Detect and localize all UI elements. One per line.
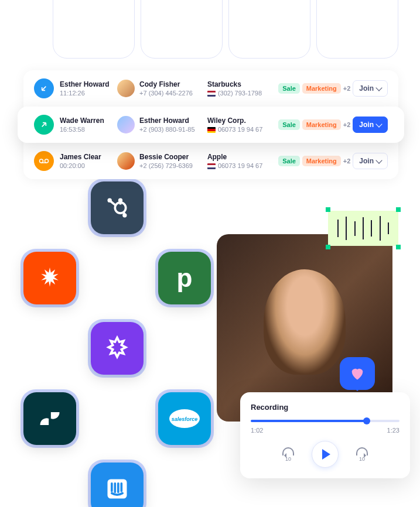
call-row[interactable]: James Clear00:20:00 Bessie Cooper+2 (256…: [23, 143, 398, 179]
svg-line-8: [111, 201, 116, 205]
tag-more[interactable]: +2: [343, 121, 351, 128]
player-title: Recording: [251, 403, 399, 412]
call-time: 16:53:58: [60, 126, 111, 133]
contact-phone: +2 (256) 729-6369: [139, 162, 193, 169]
join-button[interactable]: Join: [353, 153, 388, 169]
tag-more[interactable]: +2: [343, 85, 351, 92]
salesforce-icon[interactable]: salesforce: [158, 392, 211, 445]
company-name: Starbucks: [207, 80, 272, 88]
svg-point-0: [40, 159, 43, 163]
tag-more[interactable]: +2: [343, 157, 351, 165]
zapier-icon[interactable]: [23, 252, 76, 304]
call-row[interactable]: Wade Warren16:53:58 Esther Howard+2 (903…: [18, 107, 404, 143]
contact-name: Cody Fisher: [139, 80, 193, 88]
tag-sale[interactable]: Sale: [278, 83, 300, 94]
direction-icon: [34, 115, 54, 135]
intercom-icon[interactable]: [91, 463, 144, 507]
heart-badge: [340, 357, 375, 390]
play-button[interactable]: [312, 441, 339, 468]
pipedrive-icon[interactable]: p: [158, 252, 211, 304]
direction-icon: [34, 78, 54, 98]
call-row[interactable]: Esther Howard11:12:26 Cody Fisher+7 (304…: [23, 70, 398, 107]
skip-forward-button[interactable]: 10: [356, 447, 368, 462]
tag-marketing[interactable]: Marketing: [302, 119, 341, 130]
caller-name: Esther Howard: [60, 80, 111, 88]
progress-bar[interactable]: [251, 420, 399, 422]
contact-avatar: [117, 152, 135, 170]
contact-phone: +2 (903) 880-91-85: [139, 126, 194, 133]
tag-sale[interactable]: Sale: [278, 156, 300, 166]
tag-marketing[interactable]: Marketing: [302, 83, 341, 94]
caller-name: Wade Warren: [60, 117, 111, 125]
skip-back-button[interactable]: 10: [282, 447, 294, 462]
company-name: Apple: [207, 153, 272, 161]
time-total: 1:23: [387, 427, 399, 434]
svg-line-9: [124, 212, 125, 214]
company-name: Wiley Corp.: [207, 117, 272, 125]
tag-marketing[interactable]: Marketing: [302, 156, 341, 166]
calls-table: Esther Howard11:12:26 Cody Fisher+7 (304…: [23, 70, 398, 179]
audio-visualizer: [328, 211, 398, 246]
gong-icon[interactable]: [91, 322, 144, 375]
time-current: 1:02: [251, 427, 263, 434]
company-phone: (302) 793-1798: [207, 90, 272, 97]
zendesk-icon[interactable]: [23, 392, 76, 445]
svg-point-1: [45, 159, 49, 163]
svg-text:salesforce: salesforce: [172, 416, 198, 422]
direction-icon: [34, 151, 54, 171]
contact-name: Esther Howard: [139, 117, 194, 125]
join-button[interactable]: Join: [353, 80, 388, 97]
hubspot-icon[interactable]: [91, 181, 144, 234]
caller-name: James Clear: [60, 153, 111, 161]
call-time: 00:20:00: [60, 162, 111, 169]
contact-avatar: [117, 80, 135, 97]
tag-sale[interactable]: Sale: [278, 119, 300, 130]
contact-avatar: [117, 116, 135, 133]
contact-name: Bessie Cooper: [139, 153, 193, 161]
company-phone: 06073 19 94 67: [207, 162, 272, 169]
join-button[interactable]: Join: [353, 117, 388, 133]
company-phone: 06073 19 94 67: [207, 126, 272, 133]
recording-player: Recording 1:02 1:23 10 10: [240, 392, 410, 478]
call-time: 11:12:26: [60, 90, 111, 97]
contact-phone: +7 (304) 445-2276: [139, 90, 193, 97]
svg-point-4: [118, 198, 122, 203]
